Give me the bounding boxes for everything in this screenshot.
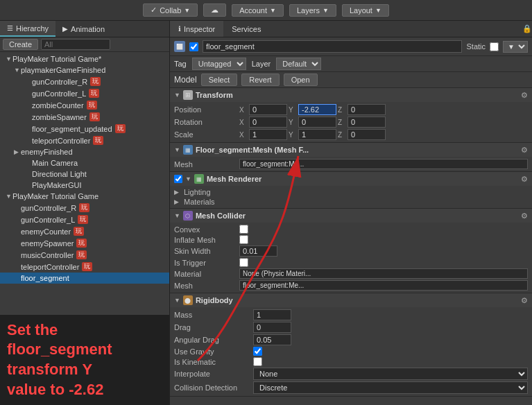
static-dropdown[interactable]: ▼: [503, 41, 528, 53]
rigidbody-header[interactable]: ▼ ⬤ Rigidbody ⚙: [170, 293, 532, 307]
hierarchy-tab-icon: ☰: [7, 24, 13, 32]
convex-checkbox[interactable]: [239, 225, 248, 234]
rotation-y-input[interactable]: [298, 117, 336, 128]
mesh-collider-toggle: ▼: [174, 212, 180, 219]
static-label: Static: [466, 42, 486, 51]
list-item-floor-segment[interactable]: floor_segment: [0, 273, 169, 284]
layer-select[interactable]: Default: [276, 58, 321, 70]
top-toolbar: ✓ Collab ▼ ☁ Account ▼ Layers ▼ Layout ▼: [0, 0, 532, 21]
drag-input[interactable]: [253, 322, 291, 333]
materials-row: ▶ Materials: [174, 197, 528, 207]
model-toolbar: Model Select Revert Open: [170, 72, 532, 88]
mesh-collider-body: Convex Inflate Mesh Skin Width Is Trigge…: [170, 223, 532, 293]
mesh-renderer-settings-icon[interactable]: ⚙: [521, 175, 528, 184]
services-tab-label: Services: [232, 25, 261, 33]
layout-button[interactable]: Layout ▼: [342, 4, 389, 17]
transform-header[interactable]: ▼ ⊞ Transform ⚙: [170, 88, 532, 102]
list-item[interactable]: ▼ playmakerGameFinished: [0, 64, 169, 76]
interpolate-label: Interpolate: [174, 370, 250, 378]
rotation-xyz: X Y Z: [239, 117, 528, 128]
rotation-x-input[interactable]: [249, 117, 287, 128]
revert-button[interactable]: Revert: [241, 74, 279, 86]
angular-drag-input[interactable]: [253, 334, 291, 345]
mesh-renderer-title: Mesh Renderer: [207, 175, 518, 183]
list-item[interactable]: enemySpawner 玩: [0, 237, 169, 249]
is-kinematic-checkbox[interactable]: [253, 357, 262, 366]
collision-detection-row: Collision Detection Discrete: [174, 381, 528, 395]
mesh-collider-settings-icon[interactable]: ⚙: [521, 212, 528, 221]
scale-label: Scale: [174, 130, 237, 139]
list-item[interactable]: gunController_R 玩: [0, 76, 169, 87]
list-item[interactable]: Main Camera: [0, 157, 169, 169]
position-z-input[interactable]: [347, 104, 386, 115]
list-item[interactable]: zombieCounter 玩: [0, 99, 169, 111]
list-item[interactable]: ▼ PlayMaker Tutorial Game: [0, 191, 169, 202]
open-button[interactable]: Open: [284, 74, 318, 86]
position-x-input[interactable]: [249, 104, 287, 115]
inspector-tab[interactable]: ℹ Inspector: [170, 21, 223, 37]
lock-icon[interactable]: 🔒: [522, 24, 532, 33]
lighting-toggle[interactable]: ▶: [174, 189, 181, 196]
list-item[interactable]: floor_segment_updated 玩: [0, 123, 169, 135]
collider-material-value[interactable]: None (Physic Materi...: [239, 268, 528, 279]
scale-z-input[interactable]: [347, 129, 386, 140]
list-item[interactable]: ▶ enemyFinished: [0, 146, 169, 157]
select-button[interactable]: Select: [201, 74, 238, 86]
y-label: Y: [289, 119, 297, 126]
object-name-input[interactable]: [203, 40, 462, 53]
list-item-directional-light[interactable]: Directional Light: [0, 169, 169, 180]
object-active-checkbox[interactable]: [189, 42, 198, 51]
rigidbody-title: Rigidbody: [196, 296, 518, 304]
account-button[interactable]: Account ▼: [232, 4, 284, 17]
mesh-renderer-checkbox[interactable]: [174, 175, 182, 183]
position-y-input[interactable]: [298, 104, 336, 115]
list-item[interactable]: PlayMakerGUI: [0, 180, 169, 191]
scale-x-input[interactable]: [249, 129, 287, 140]
tree-arrow: ▼: [14, 67, 21, 74]
list-item[interactable]: teleportController 玩: [0, 135, 169, 146]
list-item[interactable]: gunController_L 玩: [0, 87, 169, 99]
create-button[interactable]: Create: [3, 39, 38, 50]
convex-label: Convex: [174, 225, 237, 234]
list-item[interactable]: teleportController 玩: [0, 261, 169, 273]
rotation-z-input[interactable]: [347, 117, 386, 128]
mesh-filter-mesh-value[interactable]: floor_segment:Me...: [239, 159, 528, 169]
tag-select[interactable]: Untagged: [192, 58, 246, 70]
mesh-renderer-body: ▶ Lighting ▶ Materials: [170, 186, 532, 208]
static-checkbox[interactable]: [490, 42, 499, 51]
tree-label: gunController_R: [32, 78, 87, 86]
list-item[interactable]: zombieSpawner 玩: [0, 111, 169, 123]
services-tab[interactable]: Services: [223, 21, 269, 37]
mesh-collider-header[interactable]: ▼ ⬡ Mesh Collider ⚙: [170, 209, 532, 223]
rigidbody-settings-icon[interactable]: ⚙: [521, 296, 528, 305]
tree-item-root[interactable]: ▼ PlayMaker Tutorial Game*: [0, 53, 169, 64]
collab-button[interactable]: ✓ Collab ▼: [143, 3, 198, 17]
animation-tab[interactable]: ▶ Animation: [55, 21, 112, 37]
list-item[interactable]: musicController 玩: [0, 249, 169, 261]
collision-select[interactable]: Discrete: [253, 381, 528, 394]
materials-toggle[interactable]: ▶: [174, 198, 181, 205]
transform-settings-icon[interactable]: ⚙: [521, 91, 528, 100]
list-item[interactable]: gunController_R 玩: [0, 202, 169, 214]
tag-layer-row: Tag Untagged Layer Default: [170, 56, 532, 72]
cloud-button[interactable]: ☁: [203, 3, 226, 17]
mesh-renderer-header[interactable]: ▼ ▦ Mesh Renderer ⚙: [170, 172, 532, 186]
hierarchy-search-input[interactable]: [41, 39, 110, 50]
mass-input[interactable]: [253, 309, 291, 320]
list-item[interactable]: enemyCounter 玩: [0, 225, 169, 237]
list-item[interactable]: gunController_L 玩: [0, 214, 169, 225]
mesh-renderer-icon: ▦: [194, 174, 204, 184]
mesh-filter-settings-icon[interactable]: ⚙: [521, 146, 528, 155]
layers-button[interactable]: Layers ▼: [289, 4, 336, 17]
is-trigger-checkbox[interactable]: [239, 258, 248, 267]
scale-y-input[interactable]: [298, 129, 336, 140]
inflate-mesh-checkbox[interactable]: [239, 235, 248, 244]
tree-label: gunController_L: [21, 216, 75, 224]
mesh-filter-header[interactable]: ▼ ▦ Floor_segment:Mesh (Mesh F... ⚙: [170, 143, 532, 157]
skin-width-input[interactable]: [239, 245, 277, 257]
collider-mesh-value[interactable]: floor_segment:Me...: [239, 280, 528, 291]
hierarchy-tab[interactable]: ☰ Hierarchy: [0, 21, 55, 37]
interpolate-select[interactable]: None: [253, 368, 528, 380]
use-gravity-checkbox[interactable]: [253, 347, 262, 356]
tree-arrow: ▼: [6, 193, 12, 200]
